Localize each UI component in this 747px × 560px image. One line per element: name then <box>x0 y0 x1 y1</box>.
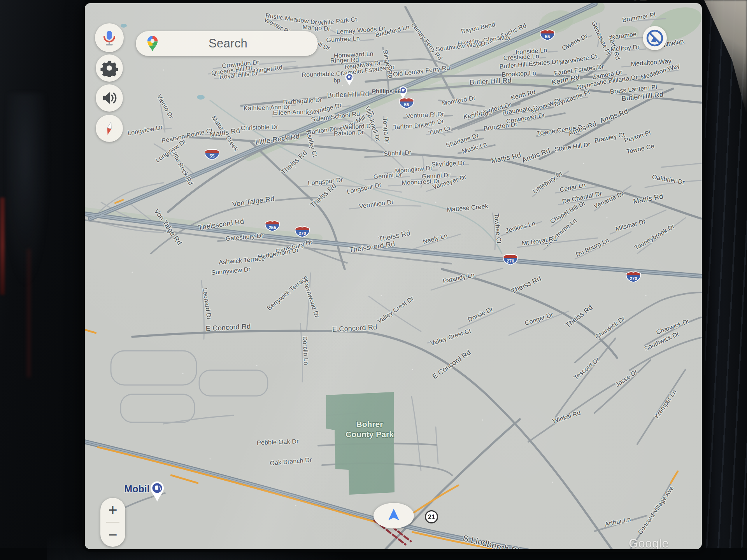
traffic-slow <box>671 471 678 483</box>
street-label: Butler Hill Rd <box>327 90 369 99</box>
search-input[interactable]: Search <box>159 37 297 51</box>
svg-text:270: 270 <box>630 276 637 281</box>
street-label: Sunnyview Dr <box>211 266 251 276</box>
street-label: Ambs Rd <box>599 107 629 125</box>
map-canvas[interactable]: BohrerCounty ParkRustic Meadow DrWhite P… <box>85 3 702 549</box>
street-label: Dorsie Dr <box>467 305 494 323</box>
street-label: Ambs Rd <box>567 120 598 137</box>
guidance-muted-icon <box>644 28 665 49</box>
street-label: Ambs Rd <box>521 147 551 164</box>
street-label: Conger Dr <box>524 311 554 327</box>
street-label: Kramper Ln <box>653 388 678 420</box>
map-road <box>111 351 196 385</box>
street-label: Medalton Way <box>631 58 672 67</box>
street-label: Josse Dr <box>614 368 638 388</box>
svg-text:255: 255 <box>268 225 276 230</box>
compass-button[interactable] <box>96 115 123 142</box>
map-road <box>509 311 569 335</box>
dust-speck <box>552 481 553 483</box>
search-bar[interactable]: Search <box>136 31 318 56</box>
street-label: E Concord Rd <box>332 323 377 333</box>
dust-speck <box>295 166 296 168</box>
traffic-slow <box>115 200 123 203</box>
street-label: Marvshere Ct <box>559 53 598 66</box>
dust-speck <box>342 85 343 86</box>
map-road <box>121 394 195 422</box>
gear-icon <box>100 59 118 77</box>
svg-text:55: 55 <box>210 154 215 158</box>
route-shield-55: 55 <box>399 98 414 108</box>
route-shield-21: 21 <box>426 511 438 523</box>
street-label: Skyridge Dr <box>431 159 465 168</box>
poi-pin-mobil[interactable] <box>151 481 164 502</box>
poi-label: Phillips 66 <box>372 88 401 94</box>
google-attribution: Google <box>629 537 669 549</box>
street-label: Viento Dr <box>156 93 175 120</box>
dust-speck <box>435 201 436 203</box>
navigation-arrow-icon <box>385 507 402 524</box>
map-road <box>575 292 701 362</box>
street-label: Tauneybrook Dr <box>633 223 676 251</box>
street-label: Tescord Dr <box>573 356 601 381</box>
street-label: Mattese Creek <box>447 203 489 213</box>
voice-search-button[interactable] <box>95 23 124 52</box>
park-bohrer-county <box>326 392 395 495</box>
park-label: Bohrer <box>356 420 383 429</box>
map-road <box>661 163 701 167</box>
street-label: Brummer Pl <box>622 11 656 24</box>
dust-speck <box>583 163 584 164</box>
speaker-icon <box>100 89 118 107</box>
pond <box>197 95 205 100</box>
street-label: Christoble Dr <box>241 123 279 131</box>
dust-speck <box>295 505 296 506</box>
red-trim-reflection-2 <box>27 249 30 377</box>
route-shield-270: 270 <box>503 254 518 265</box>
current-location-puck[interactable] <box>374 503 414 528</box>
street-label: Von Talge Rd <box>232 195 275 208</box>
street-label: Vermilion Dr <box>359 198 394 210</box>
street-label: Winkel Rd <box>552 409 581 424</box>
street-label: Lemay Ferry Rd <box>410 21 444 61</box>
volume-button[interactable] <box>96 84 123 112</box>
street-label: S Lindbergh Bl <box>462 533 520 549</box>
map-road <box>163 415 233 424</box>
street-label: Milsmar Dr <box>615 218 646 232</box>
street-label: Brunston Dr <box>483 121 518 132</box>
street-label: Brawley Ct <box>594 131 625 144</box>
street-label: Cedar Ln <box>559 181 586 193</box>
infotainment-screen: BohrerCounty ParkRustic Meadow DrWhite P… <box>85 3 702 549</box>
zoom-out-button[interactable]: − <box>100 523 125 547</box>
street-label: Concord Village Ave <box>637 485 675 536</box>
guidance-muted-button[interactable] <box>643 26 667 50</box>
zoom-control: + − <box>100 498 125 547</box>
dust-speck <box>256 365 257 366</box>
street-label: Oak Branch Dr <box>270 456 312 466</box>
street-label: Ventura Pl Dr <box>406 110 444 119</box>
settings-button[interactable] <box>96 54 123 82</box>
park-label: County Park <box>345 430 394 439</box>
street-label: Littlebury Dr <box>532 170 564 195</box>
street-label: Gemini Dr <box>373 171 402 180</box>
street-label: Arthur Ln <box>604 516 631 528</box>
dust-speck <box>182 373 183 374</box>
traffic-slow <box>85 330 96 333</box>
svg-text:21: 21 <box>428 513 435 521</box>
compass-needle-icon <box>100 119 118 137</box>
street-label: Valley Crest Ct <box>430 327 472 347</box>
street-label: Tonga Dr <box>382 117 391 144</box>
dust-speck <box>163 69 164 70</box>
gas-pump-icon <box>348 75 350 78</box>
dust-speck <box>209 458 210 459</box>
mic-icon <box>100 29 118 47</box>
poi-pin-bp[interactable] <box>345 73 353 86</box>
zoom-in-button[interactable]: + <box>100 498 125 522</box>
traffic-slow <box>171 475 198 483</box>
pond <box>121 24 127 28</box>
svg-text:55: 55 <box>404 102 409 107</box>
street-label: Peyton Pl <box>623 129 651 144</box>
street-label: Jenkins Ln <box>505 220 536 234</box>
svg-text:270: 270 <box>507 259 514 263</box>
dust-speck <box>381 295 382 296</box>
route-shield-55: 55 <box>205 149 219 160</box>
street-label: Valley Crest Dr <box>376 295 415 325</box>
